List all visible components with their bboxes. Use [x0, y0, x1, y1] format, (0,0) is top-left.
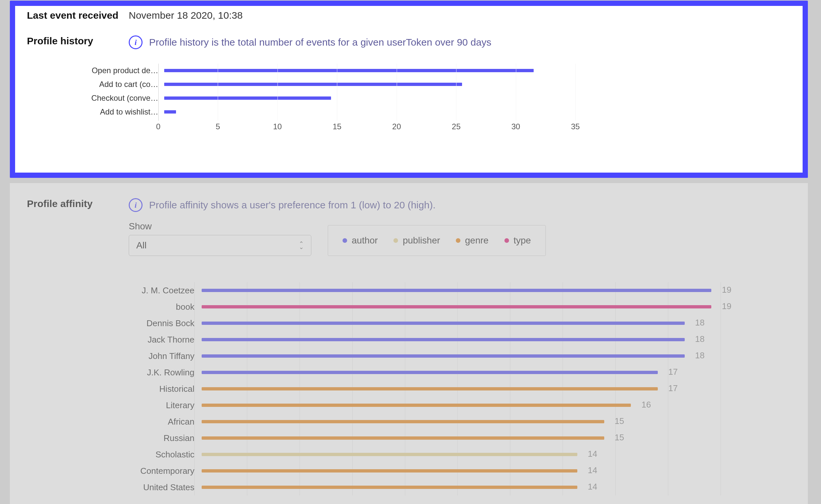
chart-value-label: 19 — [722, 285, 735, 295]
chart-value-label: 15 — [615, 416, 628, 426]
profile-affinity-info: Profile affinity shows a user's preferen… — [149, 199, 435, 211]
chart-axis-tick: 10 — [273, 122, 282, 131]
chart-value-label: 15 — [615, 432, 628, 443]
chart-category-label: Add to wishlist… — [86, 107, 164, 116]
chart-category-label: J. M. Coetzee — [109, 285, 201, 296]
chart-value-label: 18 — [695, 318, 708, 328]
legend-item-type[interactable]: type — [504, 235, 531, 246]
select-stepper-icon: ⌃⌄ — [299, 242, 304, 249]
chart-value-label: 18 — [695, 350, 708, 361]
last-event-row: Last event received November 18 2020, 10… — [27, 10, 791, 21]
chart-bar: Add to cart (co… — [86, 77, 758, 91]
chart-bar: Jack Thorne18 — [109, 331, 738, 348]
chart-bar: Checkout (conve… — [86, 91, 758, 105]
chart-value-label: 14 — [588, 465, 601, 475]
show-select[interactable]: All ⌃⌄ — [129, 235, 311, 256]
chart-category-label: Open product de… — [86, 66, 164, 75]
chart-value-label: 17 — [668, 383, 682, 393]
chart-category-label: Dennis Bock — [109, 318, 201, 328]
chart-category-label: African — [109, 417, 201, 427]
affinity-legend: authorpublishergenretype — [328, 225, 546, 256]
chart-axis-tick: 0 — [156, 122, 160, 131]
profile-affinity-label: Profile affinity — [27, 198, 129, 209]
last-event-label: Last event received — [27, 10, 129, 21]
chart-bar: book19 — [109, 299, 738, 315]
chart-bar: Historical17 — [109, 381, 738, 397]
legend-dot-icon — [504, 238, 509, 243]
profile-history-chart: Open product de…Add to cart (co…Checkout… — [86, 64, 758, 148]
legend-label: publisher — [403, 235, 440, 246]
chart-axis-tick: 20 — [392, 122, 401, 131]
chart-category-label: J.K. Rowling — [109, 367, 201, 378]
app-frame: Last event received November 18 2020, 10… — [0, 0, 821, 504]
chart-value-label: 19 — [722, 301, 735, 311]
chart-bar: Open product de… — [86, 64, 758, 77]
chart-bar: Russian15 — [109, 430, 738, 446]
chart-bar: J.K. Rowling17 — [109, 364, 738, 381]
chart-category-label: United States — [109, 482, 201, 493]
chart-category-label: Scholastic — [109, 450, 201, 460]
info-icon: i — [129, 198, 142, 212]
chart-bar: African15 — [109, 413, 738, 430]
chart-category-label: book — [109, 302, 201, 312]
chart-category-label: Literary — [109, 400, 201, 410]
profile-affinity-card: Profile affinity i Profile affinity show… — [10, 183, 808, 504]
chart-bar: Dennis Bock18 — [109, 315, 738, 331]
legend-dot-icon — [456, 238, 460, 243]
chart-bar: Contemporary14 — [109, 463, 738, 479]
legend-dot-icon — [393, 238, 398, 243]
chart-value-label: 14 — [588, 482, 601, 492]
last-event-value: November 18 2020, 10:38 — [129, 10, 243, 21]
profile-affinity-chart: J. M. Coetzee19book19Dennis Bock18Jack T… — [109, 282, 738, 495]
chart-axis-tick: 15 — [333, 122, 342, 131]
chart-axis-tick: 30 — [511, 122, 520, 131]
chart-category-label: Checkout (conve… — [86, 94, 164, 103]
chart-bar: Scholastic14 — [109, 446, 738, 463]
profile-history-row: Profile history i Profile history is the… — [27, 35, 791, 49]
chart-value-label: 18 — [695, 334, 708, 344]
profile-history-card: Last event received November 18 2020, 10… — [10, 1, 808, 178]
chart-bar: United States14 — [109, 479, 738, 495]
info-icon: i — [129, 35, 142, 49]
chart-value-label: 16 — [642, 400, 655, 410]
chart-category-label: John Tiffany — [109, 351, 201, 361]
show-select-value: All — [136, 240, 146, 251]
chart-category-label: Historical — [109, 384, 201, 394]
chart-category-label: Jack Thorne — [109, 335, 201, 345]
legend-item-genre[interactable]: genre — [456, 235, 489, 246]
chart-axis-tick: 5 — [216, 122, 220, 131]
chart-value-label: 17 — [668, 367, 682, 377]
profile-history-info: Profile history is the total number of e… — [149, 37, 491, 48]
legend-label: genre — [465, 235, 489, 246]
legend-label: type — [514, 235, 531, 246]
chart-bar: John Tiffany18 — [109, 348, 738, 364]
chart-bar: J. M. Coetzee19 — [109, 282, 738, 299]
chart-category-label: Russian — [109, 433, 201, 443]
chart-bar: Literary16 — [109, 397, 738, 413]
legend-item-publisher[interactable]: publisher — [393, 235, 440, 246]
chart-axis-tick: 35 — [571, 122, 580, 131]
profile-history-label: Profile history — [27, 35, 129, 47]
legend-item-author[interactable]: author — [343, 235, 378, 246]
legend-label: author — [352, 235, 378, 246]
chart-category-label: Add to cart (co… — [86, 80, 164, 89]
chart-axis-tick: 25 — [452, 122, 461, 131]
chart-bar: Add to wishlist… — [86, 105, 758, 119]
show-label: Show — [129, 221, 311, 232]
chart-value-label: 14 — [588, 449, 601, 459]
legend-dot-icon — [343, 238, 347, 243]
chart-category-label: Contemporary — [109, 466, 201, 476]
